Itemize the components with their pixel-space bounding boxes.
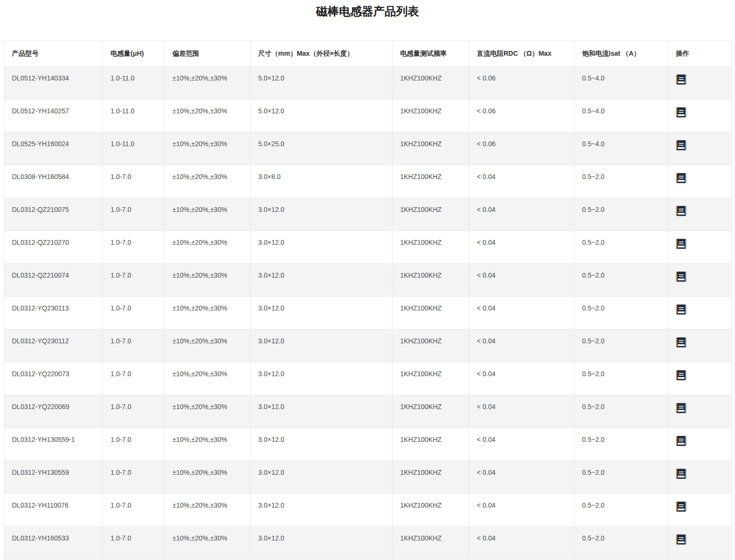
cell-tolerance: ±10%,±20%,±30% bbox=[165, 297, 251, 330]
cell-model: DL0312-YH160533 bbox=[4, 527, 103, 560]
cell-rdc: < 0.04 bbox=[469, 362, 574, 395]
cell-rdc: < 0.04 bbox=[469, 428, 574, 461]
cell-freq: 1KHZ100KHZ bbox=[393, 428, 469, 461]
cell-isat: 0.5~2.0 bbox=[574, 428, 668, 461]
cell-freq: 1KHZ100KHZ bbox=[393, 461, 469, 494]
table-body: DL0512-YH1403341.0-11.0±10%,±20%,±30%5.0… bbox=[4, 67, 732, 560]
cell-tolerance: ±10%,±20%,±30% bbox=[165, 231, 251, 264]
cell-freq: 1KHZ100KHZ bbox=[393, 297, 469, 330]
cell-rdc: < 0.06 bbox=[469, 132, 574, 165]
cell-rdc: < 0.04 bbox=[469, 297, 574, 330]
view-datasheet-button[interactable] bbox=[676, 403, 686, 413]
table-row: DL0512-YH1402571.0-11.0±10%,±20%,±30%5.0… bbox=[4, 100, 732, 132]
cell-tolerance: ±10%,±20%,±30% bbox=[165, 461, 251, 494]
cell-size: 3.0×8.0 bbox=[251, 165, 393, 198]
datasheet-document-icon bbox=[676, 239, 686, 249]
cell-inductance: 1.0-7.0 bbox=[103, 362, 165, 395]
action-cell bbox=[668, 231, 732, 264]
view-datasheet-button[interactable] bbox=[676, 239, 686, 249]
view-datasheet-button[interactable] bbox=[676, 436, 686, 446]
table-header-row: 产品型号电感量(μH)偏差范围尺寸（mm）Max（外径×长度）电感量测试频率直流… bbox=[4, 41, 732, 67]
table-row: DL0525-YH1600241.0-11.0±10%,±20%,±30%5.0… bbox=[4, 132, 732, 165]
cell-freq: 1KHZ100KHZ bbox=[393, 100, 469, 132]
cell-tolerance: ±10%,±20%,±30% bbox=[165, 494, 251, 527]
cell-inductance: 1.0-7.0 bbox=[103, 198, 165, 231]
view-datasheet-button[interactable] bbox=[676, 271, 686, 282]
action-cell bbox=[668, 330, 732, 362]
action-cell bbox=[668, 527, 732, 560]
column-header-inductance: 电感量(μH) bbox=[103, 41, 165, 67]
cell-isat: 0.5~2.0 bbox=[574, 395, 668, 428]
datasheet-document-icon bbox=[676, 74, 686, 85]
cell-rdc: < 0.04 bbox=[469, 264, 574, 297]
view-datasheet-button[interactable] bbox=[676, 206, 686, 216]
view-datasheet-button[interactable] bbox=[676, 534, 686, 545]
cell-model: DL0312-YQ230113 bbox=[4, 297, 103, 330]
cell-model: DL0512-YH140257 bbox=[4, 100, 103, 132]
page-title: 磁棒电感器产品列表 bbox=[0, 4, 735, 19]
cell-size: 3.0×12.0 bbox=[251, 494, 393, 527]
cell-tolerance: ±10%,±20%,±30% bbox=[165, 264, 251, 297]
cell-model: DL0312-YH130559-1 bbox=[4, 428, 103, 461]
cell-inductance: 1.0-7.0 bbox=[103, 231, 165, 264]
cell-inductance: 1.0-7.0 bbox=[103, 461, 165, 494]
cell-isat: 0.5~2.0 bbox=[574, 264, 668, 297]
cell-model: DL0312-QZ210074 bbox=[4, 264, 103, 297]
table-row: DL0312-YH1605331.0-7.0±10%,±20%,±30%3.0×… bbox=[4, 527, 732, 560]
cell-freq: 1KHZ100KHZ bbox=[393, 132, 469, 165]
datasheet-document-icon bbox=[676, 370, 686, 380]
cell-model: DL0312-YH130559 bbox=[4, 461, 103, 494]
column-header-model: 产品型号 bbox=[4, 41, 103, 67]
cell-rdc: < 0.06 bbox=[469, 67, 574, 100]
cell-rdc: < 0.06 bbox=[469, 100, 574, 132]
datasheet-document-icon bbox=[676, 173, 686, 183]
view-datasheet-button[interactable] bbox=[676, 140, 686, 150]
cell-rdc: < 0.04 bbox=[469, 527, 574, 560]
cell-size: 3.0×12.0 bbox=[251, 231, 393, 264]
cell-model: DL0512-YH140334 bbox=[4, 67, 103, 100]
cell-inductance: 1.0-11.0 bbox=[103, 132, 165, 165]
table-row: DL0312-QZ2100751.0-7.0±10%,±20%,±30%3.0×… bbox=[4, 198, 732, 231]
action-cell bbox=[668, 264, 732, 297]
cell-rdc: < 0.04 bbox=[469, 395, 574, 428]
table-row: DL0312-YH1305591.0-7.0±10%,±20%,±30%3.0×… bbox=[4, 461, 732, 494]
datasheet-document-icon bbox=[676, 337, 686, 348]
action-cell bbox=[668, 132, 732, 165]
cell-inductance: 1.0-7.0 bbox=[103, 395, 165, 428]
cell-freq: 1KHZ100KHZ bbox=[393, 198, 469, 231]
cell-freq: 1KHZ100KHZ bbox=[393, 330, 469, 362]
view-datasheet-button[interactable] bbox=[676, 469, 686, 479]
cell-rdc: < 0.04 bbox=[469, 330, 574, 362]
cell-inductance: 1.0-7.0 bbox=[103, 264, 165, 297]
view-datasheet-button[interactable] bbox=[676, 501, 686, 512]
cell-inductance: 1.0-7.0 bbox=[103, 494, 165, 527]
cell-freq: 1KHZ100KHZ bbox=[393, 67, 469, 100]
cell-tolerance: ±10%,±20%,±30% bbox=[165, 362, 251, 395]
column-header-size: 尺寸（mm）Max（外径×长度） bbox=[251, 41, 393, 67]
cell-inductance: 1.0-7.0 bbox=[103, 428, 165, 461]
datasheet-document-icon bbox=[676, 107, 686, 118]
datasheet-document-icon bbox=[676, 304, 686, 315]
action-cell bbox=[668, 362, 732, 395]
view-datasheet-button[interactable] bbox=[676, 370, 686, 380]
cell-rdc: < 0.04 bbox=[469, 165, 574, 198]
view-datasheet-button[interactable] bbox=[676, 107, 686, 118]
table-row: DL0312-YQ2200691.0-7.0±10%,±20%,±30%3.0×… bbox=[4, 395, 732, 428]
table-row: DL0312-YQ2301121.0-7.0±10%,±20%,±30%3.0×… bbox=[4, 330, 732, 362]
view-datasheet-button[interactable] bbox=[676, 337, 686, 348]
cell-tolerance: ±10%,±20%,±30% bbox=[165, 330, 251, 362]
cell-size: 3.0×12.0 bbox=[251, 428, 393, 461]
view-datasheet-button[interactable] bbox=[676, 173, 686, 183]
datasheet-document-icon bbox=[676, 436, 686, 446]
view-datasheet-button[interactable] bbox=[676, 304, 686, 315]
cell-tolerance: ±10%,±20%,±30% bbox=[165, 527, 251, 560]
view-datasheet-button[interactable] bbox=[676, 74, 686, 85]
table-row: DL0308-YH1605841.0-7.0±10%,±20%,±30%3.0×… bbox=[4, 165, 732, 198]
cell-tolerance: ±10%,±20%,±30% bbox=[165, 100, 251, 132]
cell-isat: 0.5~2.0 bbox=[574, 198, 668, 231]
cell-freq: 1KHZ100KHZ bbox=[393, 527, 469, 560]
table-row: DL0312-YH130559-11.0-7.0±10%,±20%,±30%3.… bbox=[4, 428, 732, 461]
action-cell bbox=[668, 428, 732, 461]
cell-tolerance: ±10%,±20%,±30% bbox=[165, 198, 251, 231]
datasheet-document-icon bbox=[676, 501, 686, 512]
